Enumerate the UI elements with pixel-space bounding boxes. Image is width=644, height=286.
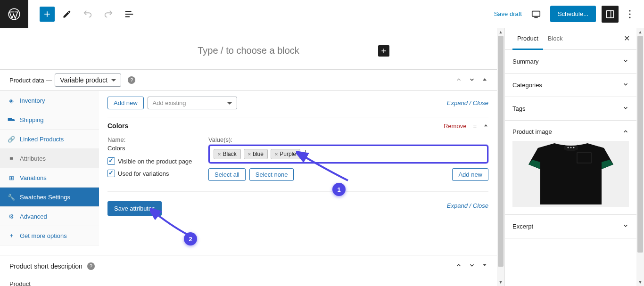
tab-attributes[interactable]: ≡Attributes [0, 149, 99, 168]
svg-rect-2 [607, 10, 614, 17]
schedule-button[interactable]: Schedule... [550, 6, 596, 22]
product-image-thumbnail[interactable] [512, 141, 629, 207]
sidebar-tab-block[interactable]: Block [543, 28, 568, 49]
inventory-icon: ◈ [8, 97, 15, 104]
grid-icon: ⊞ [8, 174, 15, 181]
name-value: Colors [107, 145, 197, 152]
wp-logo[interactable] [0, 0, 28, 28]
short-description-label: Product short description [9, 262, 83, 270]
values-label: Value(s): [208, 136, 488, 143]
chevron-down-icon [622, 81, 629, 89]
save-attributes-button[interactable]: Save attributes [107, 201, 162, 216]
settings-sidebar: Product Block ✕ Summary Categories Tags … [504, 28, 636, 286]
svg-point-9 [573, 147, 574, 148]
block-placeholder-text[interactable]: Type / to choose a block [198, 45, 299, 56]
gear-icon: ⚙ [8, 212, 15, 220]
top-toolbar: Save draft Schedule... [0, 0, 644, 28]
svg-point-8 [570, 147, 571, 148]
window-scrollbar[interactable]: ▲ ▼ [636, 28, 644, 286]
remove-tag-icon[interactable]: × [248, 151, 251, 157]
inline-inserter-button[interactable] [378, 45, 389, 57]
values-input[interactable]: ×Black ×blue ×Purple [208, 145, 488, 163]
remove-tag-icon[interactable]: × [275, 151, 278, 157]
panel-tags[interactable]: Tags [505, 97, 636, 121]
tab-more-options[interactable]: ＋Get more options [0, 226, 99, 245]
product-data-header: Product data — Variable product ? [0, 69, 497, 91]
tab-linked-products[interactable]: 🔗Linked Products [0, 130, 99, 149]
select-none-button[interactable]: Select none [249, 168, 294, 181]
redo-icon[interactable] [100, 6, 117, 23]
svg-rect-1 [532, 11, 540, 16]
tab-inventory[interactable]: ◈Inventory [0, 91, 99, 110]
undo-icon[interactable] [79, 6, 96, 23]
editor-canvas: Type / to choose a block Product data — … [0, 28, 497, 286]
expand-close-link[interactable]: Expand / Close [447, 99, 488, 106]
close-sidebar-icon[interactable]: ✕ [624, 34, 630, 43]
settings-panel-button[interactable] [602, 6, 619, 23]
chevron-up-icon[interactable] [455, 76, 462, 84]
variations-label: Used for variations [118, 170, 169, 177]
tag-blue[interactable]: ×blue [244, 149, 268, 159]
add-new-value-button[interactable]: Add new [452, 168, 488, 181]
more-options-icon[interactable] [624, 6, 636, 23]
remove-attribute-link[interactable]: Remove [444, 123, 466, 130]
visible-label: Visible on the product page [118, 158, 192, 165]
outline-icon[interactable] [121, 6, 138, 23]
help-icon[interactable]: ? [128, 76, 135, 84]
svg-point-4 [629, 13, 631, 15]
editor-scrollbar[interactable]: ▲ ▼ [497, 28, 504, 286]
tag-black[interactable]: ×Black [214, 149, 241, 159]
caret-down-icon[interactable] [482, 262, 487, 270]
help-icon[interactable]: ? [87, 262, 95, 270]
edit-tool-icon[interactable] [58, 6, 75, 23]
chevron-down-icon [622, 222, 629, 230]
tag-purple[interactable]: ×Purple [271, 149, 300, 159]
chevron-up-icon [622, 128, 629, 136]
caret-up-icon[interactable] [482, 77, 487, 84]
product-data-label: Product data — [9, 77, 52, 84]
tab-advanced[interactable]: ⚙Advanced [0, 207, 99, 226]
visible-checkbox[interactable] [107, 157, 115, 165]
list-icon: ≡ [8, 155, 15, 162]
product-type-select[interactable]: Variable product [55, 74, 121, 87]
attribute-title: Colors [107, 122, 128, 130]
short-description-header: Product short description ? [0, 255, 497, 277]
preview-button[interactable] [528, 6, 545, 23]
svg-point-5 [629, 16, 631, 18]
tab-swatches-settings[interactable]: 🔧Swatches Settings [0, 188, 99, 207]
remove-tag-icon[interactable]: × [218, 151, 221, 157]
chevron-down-icon [622, 57, 629, 65]
panel-categories[interactable]: Categories [505, 74, 636, 97]
panel-product-image[interactable]: Product image [505, 121, 636, 215]
add-new-attribute-button[interactable]: Add new [107, 97, 144, 109]
drag-handle-icon[interactable]: ≡ [473, 123, 477, 130]
tab-variations[interactable]: ⊞Variations [0, 168, 99, 188]
annotation-badge-2: 2 [184, 232, 197, 245]
plus-icon: ＋ [8, 232, 15, 239]
select-all-button[interactable]: Select all [208, 168, 246, 181]
chevron-down-icon[interactable] [469, 262, 475, 270]
chevron-down-icon [622, 105, 629, 113]
link-icon: 🔗 [8, 135, 15, 143]
add-existing-select[interactable]: Add existing [148, 97, 237, 109]
chevron-up-icon[interactable] [455, 262, 462, 270]
chevron-down-icon[interactable] [469, 76, 475, 84]
panel-excerpt[interactable]: Excerpt [505, 215, 636, 238]
svg-rect-6 [8, 118, 12, 121]
add-block-button[interactable] [40, 7, 55, 22]
expand-close-link-bottom[interactable]: Expand / Close [447, 202, 488, 209]
save-draft-link[interactable]: Save draft [494, 10, 522, 17]
annotation-badge-1: 1 [332, 183, 346, 196]
variations-checkbox[interactable] [107, 170, 115, 177]
svg-point-3 [629, 10, 631, 11]
wrench-icon: 🔧 [8, 193, 15, 201]
truck-icon [8, 116, 15, 123]
name-label: Name: [107, 136, 197, 143]
sidebar-tab-product[interactable]: Product [512, 28, 543, 50]
svg-point-7 [567, 147, 569, 148]
product-data-tabs: ◈Inventory Shipping 🔗Linked Products ≡At… [0, 91, 99, 245]
collapse-icon[interactable] [483, 123, 488, 130]
tab-shipping[interactable]: Shipping [0, 110, 99, 130]
product-footer-text: Product [0, 277, 497, 286]
panel-summary[interactable]: Summary [505, 50, 636, 74]
